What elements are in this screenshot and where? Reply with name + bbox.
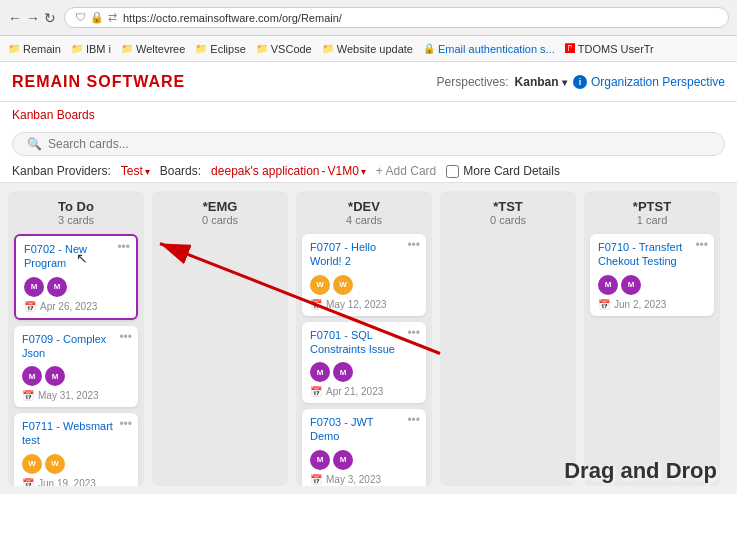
nav-buttons: ← → ↻ (8, 10, 56, 26)
bookmark-email[interactable]: 🔒 Email authentication s... (423, 43, 555, 55)
column-header-todo: To Do 3 cards (8, 191, 144, 230)
url-text: https://octo.remainsoftware.com/org/Rema… (123, 12, 342, 24)
card-menu-icon[interactable]: ••• (117, 240, 130, 254)
card-title: F0709 - Complex Json (22, 332, 130, 361)
card-date: 📅 Jun 2, 2023 (598, 299, 706, 310)
back-button[interactable]: ← (8, 10, 22, 26)
search-input[interactable] (48, 137, 710, 151)
folder-icon: 📁 (121, 43, 133, 54)
column-count: 0 cards (450, 214, 566, 226)
boards-label: Boards: (160, 164, 201, 178)
folder-icon: 📁 (322, 43, 334, 54)
card-avatars: M M (310, 450, 418, 470)
column-header-ptst: *PTST 1 card (584, 191, 720, 230)
providers-label: Kanban Providers: (12, 164, 111, 178)
column-header-tst: *TST 0 cards (440, 191, 576, 230)
org-perspective-link[interactable]: i Organization Perspective (573, 75, 725, 89)
calendar-icon: 📅 (310, 386, 322, 397)
drag-drop-text: Drag and Drop (564, 458, 717, 484)
bookmark-website[interactable]: 📁 Website update (322, 43, 413, 55)
refresh-button[interactable]: ↻ (44, 10, 56, 26)
column-title: *DEV (306, 199, 422, 214)
card-menu-icon[interactable]: ••• (407, 238, 420, 252)
bookmark-tdoms[interactable]: 🅿 TDOMS UserTr (565, 43, 654, 55)
column-tst: *TST 0 cards (440, 191, 576, 486)
card-avatars: W W (310, 275, 418, 295)
card-date: 📅 May 31, 2023 (22, 390, 130, 401)
card-date: 📅 Apr 21, 2023 (310, 386, 418, 397)
card-f0709[interactable]: ••• F0709 - Complex Json M M 📅 May 31, 2… (14, 326, 138, 408)
board-dropdown[interactable]: deepak's application - V1M0 ▾ (211, 164, 366, 178)
card-f0710[interactable]: ••• F0710 - Transfert Chekout Testing M … (590, 234, 714, 316)
bookmark-label: Email authentication s... (438, 43, 555, 55)
card-f0701[interactable]: ••• F0701 - SQL Constraints Issue M M 📅 … (302, 322, 426, 404)
bookmark-vscode[interactable]: 📁 VSCode (256, 43, 312, 55)
card-menu-icon[interactable]: ••• (119, 417, 132, 431)
card-title: F0702 - New Program (24, 242, 128, 271)
kanban-boards-link[interactable]: Kanban Boards (12, 108, 95, 122)
card-date: 📅 May 3, 2023 (310, 474, 418, 485)
column-cards-emg (152, 230, 288, 486)
shield-icon: 🛡 (75, 11, 86, 24)
empty-label (158, 234, 282, 250)
search-input-wrap[interactable]: 🔍 (12, 132, 725, 156)
column-title: *EMG (162, 199, 278, 214)
bookmark-eclipse[interactable]: 📁 Eclipse (195, 43, 245, 55)
bookmark-weltevree[interactable]: 📁 Weltevree (121, 43, 185, 55)
kanban-title-bar: Kanban Boards (0, 102, 737, 128)
card-f0702[interactable]: ••• F0702 - New Program M M 📅 Apr 26, 20… (14, 234, 138, 320)
bookmark-label: Remain (23, 43, 61, 55)
avatar: M (333, 362, 353, 382)
forward-button[interactable]: → (26, 10, 40, 26)
card-date: 📅 Jun 19, 2023 (22, 478, 130, 486)
column-title: To Do (18, 199, 134, 214)
avatar: W (45, 454, 65, 474)
card-f0707[interactable]: ••• F0707 - Hello World! 2 W W 📅 May 12,… (302, 234, 426, 316)
avatar: M (47, 277, 67, 297)
avatar: M (22, 366, 42, 386)
more-details-checkbox[interactable] (446, 165, 459, 178)
card-date: 📅 May 12, 2023 (310, 299, 418, 310)
address-bar[interactable]: 🛡 🔒 ⇄ https://octo.remainsoftware.com/or… (64, 7, 729, 28)
calendar-icon: 📅 (24, 301, 36, 312)
search-icon: 🔍 (27, 137, 42, 151)
bookmarks-bar: 📁 Remain 📁 IBM i 📁 Weltevree 📁 Eclipse 📁… (0, 36, 737, 62)
bookmark-label: Website update (337, 43, 413, 55)
avatar: M (310, 362, 330, 382)
avatar: M (310, 450, 330, 470)
folder-icon: 📁 (8, 43, 20, 54)
bookmark-label: TDOMS UserTr (578, 43, 654, 55)
card-title: F0703 - JWT Demo (310, 415, 418, 444)
card-f0711[interactable]: ••• F0711 - Websmart test W W 📅 Jun 19, … (14, 413, 138, 486)
perspectives-dropdown[interactable]: Kanban ▾ (515, 75, 567, 89)
card-f0703[interactable]: ••• F0703 - JWT Demo M M 📅 May 3, 2023 (302, 409, 426, 486)
card-title: F0707 - Hello World! 2 (310, 240, 418, 269)
column-count: 3 cards (18, 214, 134, 226)
bookmark-ibmi[interactable]: 📁 IBM i (71, 43, 111, 55)
column-cards-todo: ••• F0702 - New Program M M 📅 Apr 26, 20… (8, 230, 144, 486)
bookmark-remain[interactable]: 📁 Remain (8, 43, 61, 55)
column-cards-dev: ••• F0707 - Hello World! 2 W W 📅 May 12,… (296, 230, 432, 486)
column-count: 4 cards (306, 214, 422, 226)
avatar: M (333, 450, 353, 470)
card-title: F0701 - SQL Constraints Issue (310, 328, 418, 357)
card-menu-icon[interactable]: ••• (119, 330, 132, 344)
provider-dropdown[interactable]: Test ▾ (121, 164, 150, 178)
logo-text: REMAIN SOFTWARE (12, 73, 185, 90)
calendar-icon: 📅 (310, 474, 322, 485)
card-menu-icon[interactable]: ••• (695, 238, 708, 252)
column-todo: To Do 3 cards ••• F0702 - New Program M … (8, 191, 144, 486)
card-menu-icon[interactable]: ••• (407, 413, 420, 427)
card-menu-icon[interactable]: ••• (407, 326, 420, 340)
bookmark-label: Weltevree (136, 43, 185, 55)
tabs-icon: ⇄ (108, 11, 117, 24)
folder-icon: 📁 (256, 43, 268, 54)
avatar: M (45, 366, 65, 386)
card-title: F0711 - Websmart test (22, 419, 130, 448)
chevron-down-icon: ▾ (562, 77, 567, 88)
chevron-down-icon: ▾ (145, 166, 150, 177)
add-card-button[interactable]: + Add Card (376, 164, 436, 178)
separator: - (321, 164, 325, 178)
card-avatars: W W (22, 454, 130, 474)
browser-chrome: ← → ↻ 🛡 🔒 ⇄ https://octo.remainsoftware.… (0, 0, 737, 36)
